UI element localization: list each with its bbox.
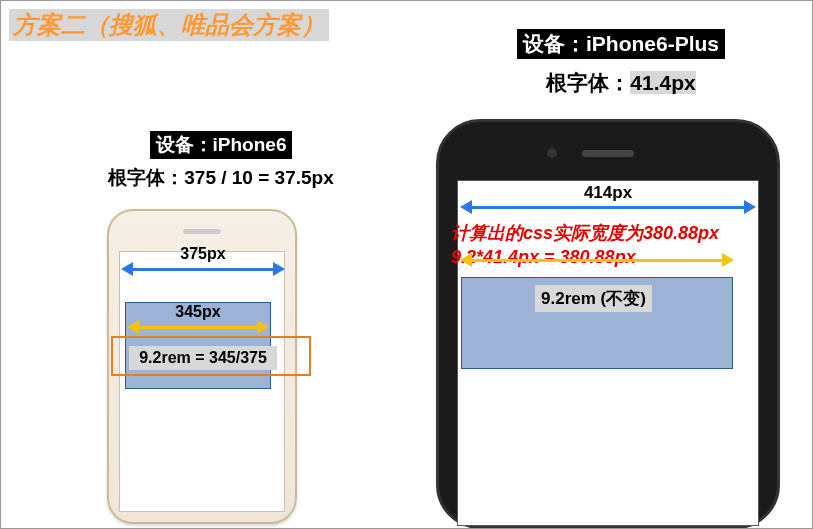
- iphone6-rootfont-prefix: 根字体：: [108, 167, 184, 188]
- iphone6-device-label: 设备：iPhone6: [150, 131, 293, 159]
- iphone6-element-width-label: 345px: [127, 303, 269, 321]
- iphone6plus-width-label: 414px: [460, 183, 756, 203]
- iphone6plus-section-header: 设备：iPhone6-Plus 根字体：41.4px: [451, 29, 791, 97]
- iphone6plus-device-label: 设备：iPhone6-Plus: [517, 29, 725, 59]
- iphone6-callout-box: [111, 336, 311, 376]
- iphone6plus-rootfont-prefix: 根字体：: [546, 71, 630, 94]
- iphone6-width-label: 375px: [121, 245, 285, 263]
- iphone6plus-rootfont-value: 41.4px: [630, 71, 695, 94]
- iphone6-rootfont: 根字体：375 / 10 = 37.5px: [61, 165, 381, 191]
- iphone6plus-rem-label: 9.2rem (不变): [535, 285, 652, 312]
- iphone6plus-rootfont: 根字体：41.4px: [451, 69, 791, 97]
- iphone6-section-header: 设备：iPhone6 根字体：375 / 10 = 37.5px: [61, 131, 381, 191]
- iphone6plus-calc-line1: 计算出的css实际宽度为380.88px: [451, 221, 771, 245]
- scheme-title: 方案二（搜狐、唯品会方案）: [9, 9, 329, 41]
- iphone6-rootfont-value: 375 / 10 = 37.5px: [184, 167, 333, 188]
